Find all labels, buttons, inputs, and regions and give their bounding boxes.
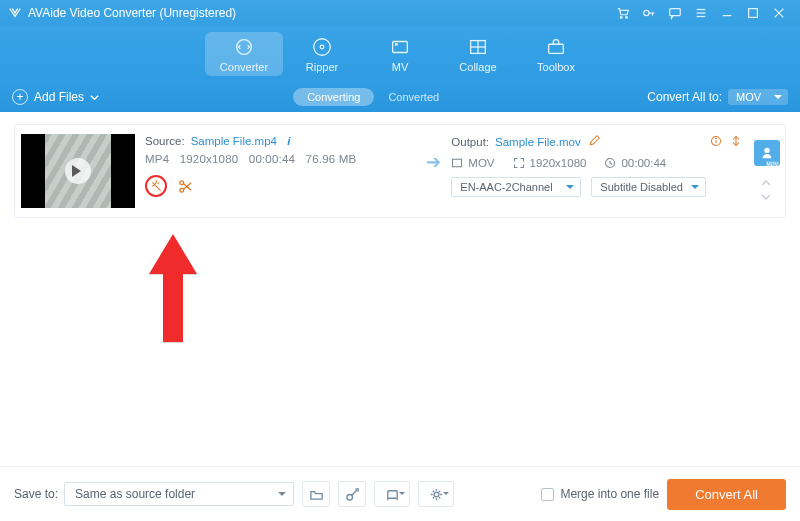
sub-toolbar: + Add Files Converting Converted Convert… — [0, 82, 800, 112]
thumbnail-wrap — [15, 125, 141, 217]
svg-rect-35 — [453, 159, 462, 167]
converter-icon — [233, 36, 255, 58]
clock-icon — [604, 157, 616, 169]
svg-rect-16 — [393, 41, 408, 52]
svg-line-26 — [154, 184, 160, 190]
output-resolution: 1920x1080 — [530, 157, 587, 169]
svg-point-15 — [320, 45, 324, 49]
svg-point-28 — [179, 188, 183, 192]
maximize-icon[interactable] — [740, 0, 766, 26]
close-icon[interactable] — [766, 0, 792, 26]
menu-icon[interactable] — [688, 0, 714, 26]
svg-point-33 — [716, 138, 717, 139]
ripper-icon — [311, 36, 333, 58]
task-schedule-button[interactable] — [338, 481, 366, 507]
tab-collage[interactable]: Collage — [439, 26, 517, 82]
svg-point-1 — [626, 17, 628, 19]
svg-point-42 — [434, 492, 439, 497]
add-files-label: Add Files — [34, 90, 84, 104]
tab-ripper-label: Ripper — [306, 61, 338, 73]
converted-tab[interactable]: Converted — [374, 88, 453, 106]
main-tabs: Converter Ripper MV Collage Toolbox — [0, 26, 800, 82]
key-icon[interactable] — [636, 0, 662, 26]
wand-icon — [150, 180, 163, 193]
title-bar: AVAide Video Converter (Unregistered) — [0, 0, 800, 26]
output-profile-button[interactable]: MOV — [754, 140, 780, 166]
svg-rect-39 — [387, 490, 396, 498]
settings-button[interactable] — [418, 481, 454, 507]
source-block: Source: Sample File.mp4 i MP4 1920x1080 … — [141, 125, 419, 217]
content-area: Source: Sample File.mp4 i MP4 1920x1080 … — [0, 112, 800, 466]
mv-icon — [389, 36, 411, 58]
output-format: MOV — [468, 157, 494, 169]
format-icon — [451, 157, 463, 169]
svg-rect-10 — [749, 9, 758, 18]
tab-toolbox[interactable]: Toolbox — [517, 26, 595, 82]
merge-checkbox[interactable]: Merge into one file — [541, 487, 659, 501]
tab-converter[interactable]: Converter — [205, 32, 283, 76]
compress-icon[interactable] — [729, 135, 743, 149]
cart-icon[interactable] — [610, 0, 636, 26]
audio-track-select[interactable]: EN-AAC-2Channel — [451, 177, 581, 197]
person-icon — [760, 146, 774, 160]
collage-icon — [467, 36, 489, 58]
feedback-icon[interactable] — [662, 0, 688, 26]
save-to-label: Save to: — [14, 487, 58, 501]
output-label: Output: — [451, 136, 489, 148]
chevron-up-icon — [760, 178, 772, 188]
tab-mv[interactable]: MV — [361, 26, 439, 82]
rename-icon[interactable] — [587, 135, 601, 149]
tab-ripper[interactable]: Ripper — [283, 26, 361, 82]
profile-sublabel: MOV — [766, 161, 779, 167]
convert-all-to-label: Convert All to: — [647, 90, 722, 104]
source-size: 76.96 MB — [306, 153, 357, 165]
arrow-right-icon: ➔ — [426, 151, 441, 173]
source-duration: 00:00:44 — [249, 153, 295, 165]
info-icon[interactable]: i — [283, 135, 295, 147]
convert-all-button[interactable]: Convert All — [667, 479, 786, 510]
tab-toolbox-label: Toolbox — [537, 61, 575, 73]
tab-converter-label: Converter — [220, 61, 268, 73]
output-filename: Sample File.mov — [495, 136, 581, 148]
svg-point-37 — [764, 148, 769, 153]
tab-mv-label: MV — [392, 61, 409, 73]
source-details: MP4 1920x1080 00:00:44 76.96 MB — [145, 153, 411, 165]
output-duration: 00:00:44 — [621, 157, 666, 169]
subtitle-select[interactable]: Subtitle Disabled — [591, 177, 706, 197]
save-to-select[interactable]: Same as source folder — [64, 482, 294, 506]
gpu-accel-button[interactable] — [374, 481, 410, 507]
video-thumbnail[interactable] — [21, 134, 135, 208]
output-block: Output: Sample File.mov MOV 1920x1080 00… — [447, 125, 749, 217]
reorder-handle[interactable] — [760, 178, 774, 202]
file-item: Source: Sample File.mp4 i MP4 1920x1080 … — [14, 124, 786, 218]
edit-button[interactable] — [145, 175, 167, 197]
add-files-button[interactable]: + Add Files — [12, 89, 99, 105]
svg-line-29 — [183, 183, 191, 190]
svg-point-0 — [620, 17, 622, 19]
play-icon[interactable] — [65, 158, 91, 184]
app-logo-icon — [8, 6, 22, 20]
source-format: MP4 — [145, 153, 169, 165]
source-resolution: 1920x1080 — [180, 153, 239, 165]
resolution-icon — [513, 157, 525, 169]
minimize-icon[interactable] — [714, 0, 740, 26]
file-info-icon[interactable] — [709, 135, 723, 149]
svg-point-2 — [644, 10, 649, 15]
item-actions-column: MOV — [749, 125, 785, 217]
source-filename: Sample File.mp4 — [191, 135, 277, 147]
svg-line-25 — [157, 182, 158, 183]
convert-all-format-select[interactable]: MOV — [728, 89, 788, 105]
plus-icon: + — [12, 89, 28, 105]
cut-button[interactable] — [176, 177, 194, 195]
open-folder-button[interactable] — [302, 481, 330, 507]
scissors-icon — [178, 179, 193, 194]
annotation-arrow-icon — [147, 230, 199, 354]
checkbox-icon — [541, 488, 554, 501]
footer-bar: Save to: Same as source folder Merge int… — [0, 466, 800, 521]
svg-rect-21 — [549, 44, 564, 53]
toolbox-icon — [545, 36, 567, 58]
tab-collage-label: Collage — [459, 61, 496, 73]
svg-point-27 — [179, 180, 183, 184]
converting-tab[interactable]: Converting — [293, 88, 374, 106]
svg-line-23 — [152, 182, 154, 184]
